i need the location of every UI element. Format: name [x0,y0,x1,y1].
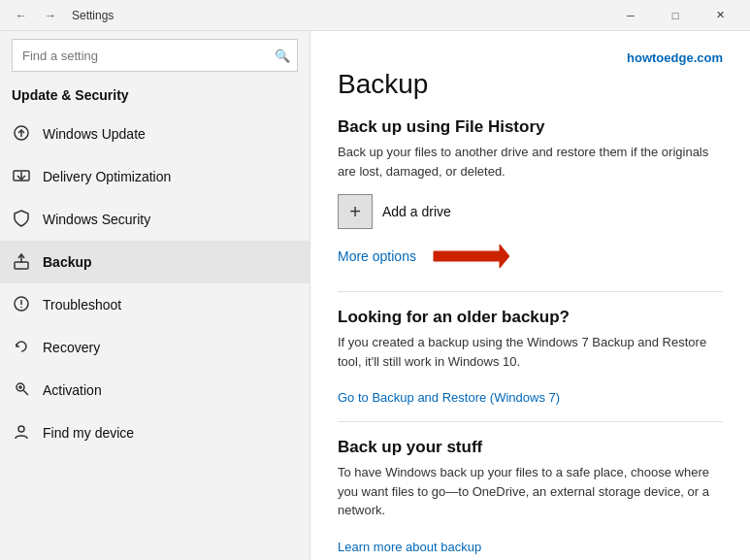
forward-button[interactable]: → [37,2,64,29]
sidebar-item-label: Backup [43,254,92,270]
search-input[interactable] [12,39,298,72]
backup-icon [12,252,31,273]
sidebar-item-activation[interactable]: Activation [0,369,310,412]
more-options-link[interactable]: More options [338,248,416,264]
sidebar-item-label: Delivery Optimization [43,169,171,184]
titlebar-nav: ← → [8,2,64,29]
find-my-device-icon [12,423,31,444]
sidebar-section-title: Update & Security [0,83,310,113]
sidebar-item-label: Troubleshoot [43,297,121,313]
svg-point-8 [20,306,22,308]
file-history-desc: Back up your files to another drive and … [338,143,723,181]
window-controls: ─ □ ✕ [608,0,742,31]
main-container: 🔍 Update & Security Windows Update [0,31,750,560]
troubleshoot-icon [12,295,31,315]
content-area: howtoedge.com Backup Back up using File … [310,31,750,560]
sidebar-item-windows-update[interactable]: Windows Update [0,113,310,155]
svg-rect-4 [15,262,28,269]
sidebar-item-find-my-device[interactable]: Find my device [0,412,310,454]
older-backup-desc: If you created a backup using the Window… [338,333,723,371]
back-button[interactable]: ← [8,2,35,29]
minimize-button[interactable]: ─ [608,0,653,31]
titlebar-title: Settings [72,9,114,22]
sidebar-item-delivery-optimization[interactable]: Delivery Optimization [0,155,310,198]
add-drive-row: + Add a drive [338,194,723,229]
svg-point-12 [18,426,24,432]
sidebar-search-area: 🔍 [0,31,310,83]
learn-more-link[interactable]: Learn more about backup [338,540,481,554]
divider-2 [338,421,723,422]
sidebar-item-windows-security[interactable]: Windows Security [0,198,310,241]
sidebar-item-label: Recovery [43,340,100,355]
backup-stuff-heading: Back up your stuff [338,438,723,457]
sidebar-item-label: Activation [43,382,102,398]
activation-icon [12,380,31,401]
more-options-row: More options [338,243,723,270]
add-drive-label: Add a drive [382,204,451,219]
arrow-annotation [432,243,509,270]
file-history-heading: Back up using File History [338,117,723,137]
page-title: Backup [338,69,723,100]
sidebar-item-label: Windows Update [43,126,146,142]
svg-marker-13 [434,245,509,268]
older-backup-heading: Looking for an older backup? [338,308,723,327]
maximize-button[interactable]: □ [653,0,698,31]
backup-restore-link[interactable]: Go to Backup and Restore (Windows 7) [338,390,560,405]
close-button[interactable]: ✕ [698,0,742,31]
windows-update-icon [12,124,31,145]
titlebar: ← → Settings ─ □ ✕ [0,0,750,31]
sidebar-item-label: Windows Security [43,212,150,227]
backup-stuff-desc: To have Windows back up your files to a … [338,463,723,520]
sidebar-item-recovery[interactable]: Recovery [0,326,310,369]
brand-link: howtoedge.com [338,50,723,65]
divider [338,291,723,292]
delivery-optimization-icon [12,167,31,187]
sidebar-item-label: Find my device [43,425,134,441]
recovery-icon [12,338,31,358]
sidebar-item-backup[interactable]: Backup [0,241,310,283]
add-drive-button[interactable]: + [338,194,373,229]
sidebar-item-troubleshoot[interactable]: Troubleshoot [0,283,310,326]
windows-security-icon [12,210,31,230]
sidebar: 🔍 Update & Security Windows Update [0,31,310,560]
